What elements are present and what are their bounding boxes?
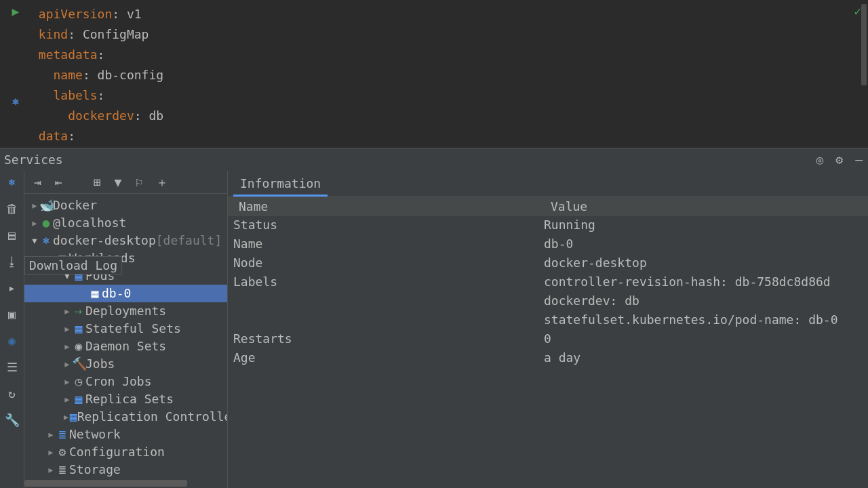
- wrench-icon[interactable]: 🔧: [5, 413, 20, 427]
- tree-row[interactable]: ⇢Deployments: [24, 302, 227, 320]
- kubernetes-icon[interactable]: ⎈: [8, 175, 16, 189]
- tree-row[interactable]: ▦Replica Sets: [24, 390, 227, 408]
- info-header-value: Value: [544, 199, 587, 214]
- run-icon[interactable]: ▶: [12, 4, 20, 18]
- tree-label: Jobs: [85, 355, 115, 373]
- tree-row[interactable]: ◷Cron Jobs: [24, 373, 227, 390]
- tree-type-icon: ●: [39, 214, 53, 232]
- tree-row[interactable]: ◉Daemon Sets: [24, 338, 227, 355]
- collapse-icon[interactable]: ⇤: [55, 175, 62, 189]
- editor-gutter: ▶ ⎈: [0, 0, 31, 148]
- tree-row[interactable]: ≣Network: [24, 426, 227, 443]
- tooltip: Download Log: [24, 256, 122, 274]
- tab-information[interactable]: Information: [233, 174, 328, 197]
- chevron-right-icon[interactable]: [62, 408, 70, 426]
- tree-row[interactable]: 🐋Docker: [24, 197, 227, 214]
- info-row: Nodedocker-desktop: [228, 253, 868, 272]
- tree-row[interactable]: 🔨Jobs: [24, 355, 227, 373]
- tree-label: @localhost: [53, 214, 126, 232]
- chevron-right-icon[interactable]: [62, 390, 72, 408]
- tree-label: Daemon Sets: [85, 338, 166, 355]
- chevron-right-icon[interactable]: [46, 443, 56, 461]
- add-icon[interactable]: ＋: [156, 174, 168, 190]
- gear-icon[interactable]: ⚙: [835, 152, 843, 167]
- analysis-ok-icon[interactable]: ✓: [854, 4, 861, 18]
- stack-icon[interactable]: ☰: [7, 360, 18, 374]
- tree-row[interactable]: ≣Storage: [24, 461, 227, 479]
- services-panel-header: Services ◎ ⚙ —: [0, 148, 868, 171]
- info-grid-header: Name Value: [228, 197, 868, 216]
- target-icon[interactable]: ◎: [816, 152, 823, 167]
- tree-label: Configuration: [69, 443, 165, 461]
- info-value: docker-desktop: [544, 253, 647, 272]
- bookmark-icon[interactable]: ⚐: [135, 175, 142, 189]
- services-side-toolbar: ⎈ 🗑 ▤ ⭳ ▸ ▣ ◉ ☰ ↻ 🔧: [0, 171, 24, 488]
- info-value: 0: [544, 329, 551, 348]
- services-tree[interactable]: 🐋Docker●@localhost⎈docker-desktop [defau…: [24, 194, 227, 479]
- editor-scrollbar[interactable]: [861, 4, 867, 85]
- layout-icon[interactable]: ⊞: [94, 175, 101, 189]
- minimize-icon[interactable]: —: [855, 152, 863, 167]
- tree-type-icon: ◉: [72, 338, 85, 355]
- terminal-icon[interactable]: ▸: [8, 281, 16, 295]
- tree-type-icon: ≣: [56, 461, 69, 479]
- chevron-right-icon[interactable]: [62, 320, 72, 338]
- info-tabs: Information: [228, 171, 868, 197]
- info-name: Restarts: [228, 329, 544, 348]
- tree-type-icon: ⎈: [39, 232, 53, 249]
- panel-title: Services: [4, 152, 63, 167]
- tree-row[interactable]: ⎈docker-desktop [default]: [24, 232, 227, 249]
- tree-row[interactable]: ▦Stateful Sets: [24, 320, 227, 338]
- chevron-right-icon[interactable]: [46, 426, 56, 443]
- expand-icon[interactable]: ⇥: [34, 175, 41, 189]
- tree-label: Cron Jobs: [85, 373, 152, 390]
- info-area: Information Name Value StatusRunningName…: [228, 171, 868, 488]
- document-icon[interactable]: ▤: [8, 228, 16, 242]
- info-name: Name: [228, 235, 544, 253]
- tree-type-icon: ▦: [88, 285, 102, 302]
- info-row: Namedb-0: [228, 235, 868, 253]
- chevron-right-icon[interactable]: [30, 197, 39, 214]
- chevron-right-icon[interactable]: [62, 338, 72, 355]
- info-value: controller-revision-hash: db-758dc8d86d …: [544, 272, 837, 329]
- info-name: Age: [228, 348, 544, 367]
- tree-row[interactable]: ▦db-0: [24, 285, 227, 302]
- tree-type-icon: ⚙: [56, 443, 69, 461]
- follow-log-icon[interactable]: ▣: [8, 307, 16, 321]
- tree-type-icon: 🐋: [39, 197, 53, 214]
- info-grid: StatusRunningNamedb-0Nodedocker-desktopL…: [228, 216, 868, 367]
- chevron-right-icon[interactable]: [62, 373, 72, 390]
- editor[interactable]: ▶ ⎈ apiVersion: v1 kind: ConfigMap metad…: [0, 0, 868, 148]
- tree-row[interactable]: ▦Replication Controlle: [24, 408, 227, 426]
- tree-label: db-0: [102, 285, 131, 302]
- chevron-right-icon[interactable]: [62, 302, 72, 320]
- services-tree-area: ⇥ ⇤ ⊞ ▼ ⚐ ＋ Download Log 🐋Docker●@localh…: [24, 171, 228, 488]
- info-row: StatusRunning: [228, 216, 868, 235]
- tree-type-icon: ⇢: [72, 302, 85, 320]
- services-panel-body: ⎈ 🗑 ▤ ⭳ ▸ ▣ ◉ ☰ ↻ 🔧 ⇥ ⇤ ⊞ ▼ ⚐ ＋ Download…: [0, 171, 868, 488]
- chevron-right-icon[interactable]: [46, 461, 56, 479]
- info-name: Status: [228, 216, 544, 235]
- tree-row[interactable]: ⚙Configuration: [24, 443, 227, 461]
- info-value: a day: [544, 348, 580, 367]
- tree-label: docker-desktop: [53, 232, 156, 249]
- chevron-down-icon[interactable]: [30, 232, 39, 249]
- kubernetes-icon[interactable]: ⎈: [12, 94, 20, 108]
- code-block[interactable]: apiVersion: v1 kind: ConfigMap metadata:…: [31, 0, 163, 148]
- info-value: db-0: [544, 235, 573, 253]
- info-row: Agea day: [228, 348, 868, 367]
- chevron-right-icon[interactable]: [30, 214, 39, 232]
- tree-label: Stateful Sets: [85, 320, 181, 338]
- filter-icon[interactable]: ▼: [115, 175, 122, 189]
- download-log-icon[interactable]: ⭳: [6, 254, 18, 268]
- record-icon[interactable]: ◉: [8, 333, 16, 348]
- info-name: Labels: [228, 272, 544, 329]
- trash-icon[interactable]: 🗑: [6, 201, 18, 216]
- tree-hscrollbar[interactable]: [24, 480, 187, 487]
- tree-type-icon: ≣: [56, 426, 69, 443]
- refresh-icon[interactable]: ↻: [8, 386, 16, 401]
- info-header-name: Name: [228, 199, 544, 214]
- chevron-right-icon[interactable]: [62, 355, 72, 373]
- tree-label: Storage: [69, 461, 121, 479]
- tree-row[interactable]: ●@localhost: [24, 214, 227, 232]
